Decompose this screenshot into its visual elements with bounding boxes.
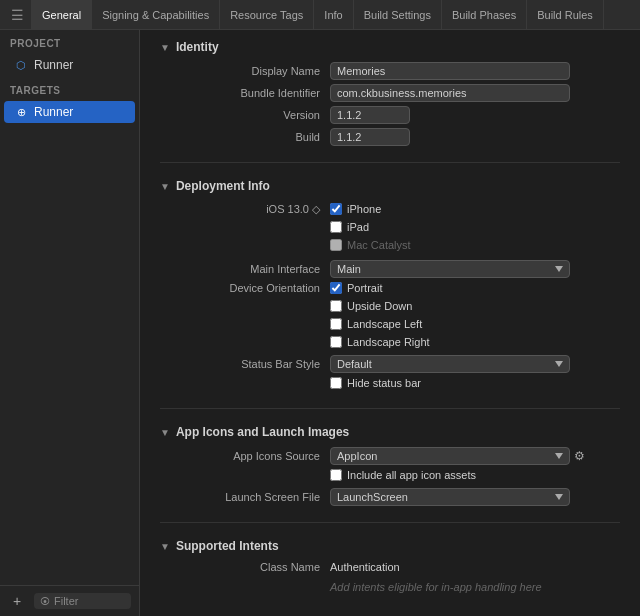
ipad-label: iPad	[347, 221, 369, 233]
include-all-label: Include all app icon assets	[347, 469, 476, 481]
divider-3	[160, 522, 620, 523]
portrait-row: Portrait	[330, 282, 430, 294]
main-interface-select[interactable]: Main	[330, 260, 570, 278]
identity-chevron[interactable]: ▼	[160, 42, 170, 53]
add-button[interactable]: +	[8, 592, 26, 610]
mac-catalyst-checkbox-row: Mac Catalyst	[330, 239, 411, 251]
status-bar-row: Status Bar Style Default	[160, 355, 620, 373]
landscape-right-label: Landscape Right	[347, 336, 430, 348]
supported-intents-chevron[interactable]: ▼	[160, 541, 170, 552]
project-section-label: PROJECT	[0, 30, 139, 53]
launch-screen-row: Launch Screen File LaunchScreen	[160, 488, 620, 506]
include-all-checkbox-row: Include all app icon assets	[330, 469, 476, 481]
bundle-id-input[interactable]	[330, 84, 570, 102]
launch-screen-label: Launch Screen File	[170, 491, 330, 503]
add-intents-hint: Add intents eligible for in-app handling…	[160, 577, 620, 593]
portrait-checkbox[interactable]	[330, 282, 342, 294]
landscape-left-checkbox[interactable]	[330, 318, 342, 330]
build-input[interactable]	[330, 128, 410, 146]
iphone-checkbox[interactable]	[330, 203, 342, 215]
status-bar-label: Status Bar Style	[170, 358, 330, 370]
content-area: ▼ Identity Display Name Bundle Identifie…	[140, 30, 640, 616]
hide-status-bar-checkbox[interactable]	[330, 377, 342, 389]
include-all-checkbox[interactable]	[330, 469, 342, 481]
app-icons-section-header: ▼ App Icons and Launch Images	[160, 425, 620, 439]
bundle-id-row: Bundle Identifier	[160, 84, 620, 102]
build-label: Build	[170, 131, 330, 143]
hide-status-bar-checkbox-row: Hide status bar	[330, 377, 421, 389]
supported-intents-section-title: Supported Intents	[176, 539, 279, 553]
display-name-input[interactable]	[330, 62, 570, 80]
target-icon: ⊕	[14, 105, 28, 119]
xcode-menu-icon[interactable]: ☰	[4, 0, 32, 30]
app-icons-section: ▼ App Icons and Launch Images App Icons …	[140, 415, 640, 516]
sidebar-item-target-runner[interactable]: ⊕ Runner	[4, 101, 135, 123]
display-name-label: Display Name	[170, 65, 330, 77]
tab-build-settings[interactable]: Build Settings	[354, 0, 442, 29]
status-bar-select[interactable]: Default	[330, 355, 570, 373]
filter-label: Filter	[54, 595, 78, 607]
tab-build-phases[interactable]: Build Phases	[442, 0, 527, 29]
build-row: Build	[160, 128, 620, 146]
hide-status-bar-label: Hide status bar	[347, 377, 421, 389]
class-name-value: Authentication	[330, 561, 400, 573]
main-interface-row: Main Interface Main	[160, 260, 620, 278]
app-icons-source-row: App Icons Source AppIcon ⚙	[160, 447, 620, 465]
deployment-section-title: Deployment Info	[176, 179, 270, 193]
mac-catalyst-label: Mac Catalyst	[347, 239, 411, 251]
tab-bar: ☰ General Signing & Capabilities Resourc…	[0, 0, 640, 30]
app-icons-chevron[interactable]: ▼	[160, 427, 170, 438]
ios-row: iOS 13.0 ◇ iPhone iPad Mac Catalyst	[160, 201, 620, 254]
version-label: Version	[170, 109, 330, 121]
identity-section-header: ▼ Identity	[160, 40, 620, 54]
launch-screen-select[interactable]: LaunchScreen	[330, 488, 570, 506]
include-all-row: Include all app icon assets	[160, 469, 620, 484]
deployment-section: ▼ Deployment Info iOS 13.0 ◇ iPhone iPad	[140, 169, 640, 402]
landscape-right-row: Landscape Right	[330, 336, 430, 348]
upside-down-checkbox[interactable]	[330, 300, 342, 312]
upside-down-row: Upside Down	[330, 300, 430, 312]
app-icons-section-title: App Icons and Launch Images	[176, 425, 349, 439]
version-row: Version	[160, 106, 620, 124]
tab-info[interactable]: Info	[314, 0, 353, 29]
gear-icon[interactable]: ⚙	[574, 449, 585, 463]
tab-general[interactable]: General	[32, 0, 92, 29]
deployment-chevron[interactable]: ▼	[160, 181, 170, 192]
bundle-id-label: Bundle Identifier	[170, 87, 330, 99]
project-runner-label: Runner	[34, 58, 73, 72]
deployment-section-header: ▼ Deployment Info	[160, 179, 620, 193]
tab-signing[interactable]: Signing & Capabilities	[92, 0, 220, 29]
ios-label: iOS 13.0 ◇	[170, 203, 330, 216]
identity-section: ▼ Identity Display Name Bundle Identifie…	[140, 30, 640, 156]
filter-bar[interactable]: ⦿ Filter	[34, 593, 131, 609]
sidebar: PROJECT ⬡ Runner TARGETS ⊕ Runner + ⦿ Fi…	[0, 30, 140, 616]
target-runner-label: Runner	[34, 105, 73, 119]
identity-section-title: Identity	[176, 40, 219, 54]
orientation-checkboxes: Portrait Upside Down Landscape Left Land…	[330, 282, 430, 351]
device-orientation-label: Device Orientation	[170, 282, 330, 294]
device-orientation-row: Device Orientation Portrait Upside Down …	[160, 282, 620, 351]
sidebar-item-project-runner[interactable]: ⬡ Runner	[4, 54, 135, 76]
divider-1	[160, 162, 620, 163]
display-name-row: Display Name	[160, 62, 620, 80]
tab-resource[interactable]: Resource Tags	[220, 0, 314, 29]
project-icon: ⬡	[14, 58, 28, 72]
landscape-right-checkbox[interactable]	[330, 336, 342, 348]
ipad-checkbox-row: iPad	[330, 221, 411, 233]
mac-catalyst-checkbox[interactable]	[330, 239, 342, 251]
ipad-checkbox[interactable]	[330, 221, 342, 233]
landscape-left-label: Landscape Left	[347, 318, 422, 330]
tab-build-rules[interactable]: Build Rules	[527, 0, 604, 29]
app-icons-source-label: App Icons Source	[170, 450, 330, 462]
sidebar-bottom: + ⦿ Filter	[0, 585, 139, 616]
app-icons-source-select[interactable]: AppIcon	[330, 447, 570, 465]
class-name-row: Class Name Authentication	[160, 561, 620, 573]
iphone-label: iPhone	[347, 203, 381, 215]
iphone-checkbox-row: iPhone	[330, 203, 411, 215]
main-interface-label: Main Interface	[170, 263, 330, 275]
main-layout: PROJECT ⬡ Runner TARGETS ⊕ Runner + ⦿ Fi…	[0, 30, 640, 616]
version-input[interactable]	[330, 106, 410, 124]
app-icons-dropdown-row: AppIcon ⚙	[330, 447, 585, 465]
upside-down-label: Upside Down	[347, 300, 412, 312]
class-name-label: Class Name	[170, 561, 330, 573]
